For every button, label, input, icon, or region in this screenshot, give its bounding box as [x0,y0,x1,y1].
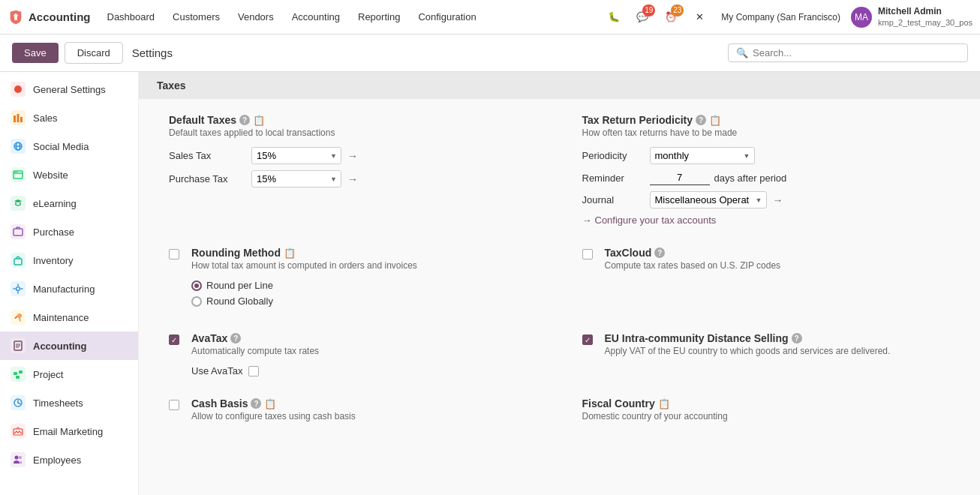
nav-item-customers[interactable]: Customers [165,8,227,26]
default-taxes-doc-icon[interactable]: 📋 [253,114,265,126]
sidebar-item-email-marketing[interactable]: Email Marketing [0,417,138,446]
sidebar-item-website[interactable]: Website [0,160,138,189]
sidebar-label-elearning: eLearning [33,198,77,209]
round-globally-option[interactable]: Round Globally [191,296,417,307]
cash-basis-checkbox[interactable] [169,400,179,410]
tax-return-desc: How often tax returns have to be made [582,128,951,138]
avatax-help-icon[interactable]: ? [230,333,241,344]
tax-return-help-icon[interactable]: ? [696,115,706,125]
avatax-col: ✓ AvaTax ? Automatically compute tax rat… [169,332,537,376]
bug-icon-btn[interactable]: 🐛 [603,6,625,28]
svg-rect-21 [16,376,20,379]
fiscal-country-doc-icon[interactable]: 📋 [658,398,670,410]
journal-select[interactable]: Miscellaneous Operat [650,191,767,208]
accounting-icon [11,338,26,353]
sidebar-label-accounting: Accounting [33,340,87,352]
nav-item-dashboard[interactable]: Dashboard [100,8,163,26]
nav-item-vendors[interactable]: Vendors [230,8,281,26]
tax-return-doc-icon[interactable]: 📋 [709,114,721,126]
close-icon-btn[interactable]: ✕ [688,6,711,28]
sidebar-item-sales[interactable]: Sales [0,104,138,132]
user-info: Mitchell Admin kmp_2_test_may_30_pos [878,6,972,28]
sidebar-label-inventory: Inventory [33,255,73,266]
sales-tax-select-container: 15% [251,147,341,164]
avatax-checkbox[interactable]: ✓ [169,334,179,345]
project-icon [11,367,26,382]
journal-arrow[interactable]: → [773,194,783,206]
tax-return-title: Tax Return Periodicity ? 📋 [582,114,951,126]
nav-item-accounting[interactable]: Accounting [284,8,347,26]
general-settings-icon [11,82,26,97]
rounding-checkbox-area [169,247,179,260]
use-avatax-checkbox[interactable] [248,366,259,376]
search-box[interactable]: 🔍 [728,44,968,62]
company-label[interactable]: My Company (San Francisco) [721,12,840,22]
reminder-input[interactable] [650,170,710,185]
eu-intra-with-checkbox: ✓ EU Intra-community Distance Selling ? … [582,332,951,365]
eu-intra-checkbox-area: ✓ [582,332,593,345]
sidebar-item-inventory[interactable]: Inventory [0,246,138,274]
periodicity-select[interactable]: monthly quarterly annually [650,147,755,164]
eu-intra-help-icon[interactable]: ? [792,333,802,344]
rounding-doc-icon[interactable]: 📋 [284,247,296,259]
round-per-line-option[interactable]: Round per Line [191,280,417,291]
rounding-with-checkbox: Rounding Method 📋 How total tax amount i… [169,247,537,311]
sidebar-label-website: Website [33,170,68,181]
svg-rect-19 [14,372,17,375]
search-input[interactable] [753,47,960,58]
nav-item-configuration[interactable]: Configuration [410,8,483,26]
rounding-checkbox[interactable] [169,249,179,260]
sidebar-item-maintenance[interactable]: Maintenance [0,303,138,332]
user-name: Mitchell Admin [878,6,972,18]
maintenance-icon [11,310,26,325]
cash-basis-help-icon[interactable]: ? [251,398,261,409]
sidebar-label-social-media: Social Media [33,141,89,152]
taxcloud-checkbox[interactable] [582,249,593,260]
sales-tax-select[interactable]: 15% [251,147,341,164]
round-per-line-label: Round per Line [206,280,273,291]
sidebar-item-general-settings[interactable]: General Settings [0,75,138,104]
purchase-tax-row: Purchase Tax 15% → [169,170,537,188]
purchase-tax-select[interactable]: 15% [251,170,341,188]
sidebar-item-accounting[interactable]: Accounting [0,332,138,360]
sidebar-label-employees: Employees [33,454,81,466]
chat-icon-btn[interactable]: 💬 19 [631,6,654,28]
sidebar-item-manufacturing[interactable]: Manufacturing [0,274,138,303]
configure-tax-link[interactable]: → Configure your tax accounts [582,214,951,226]
sidebar-item-timesheets[interactable]: Timesheets [0,388,138,417]
cash-basis-doc-icon[interactable]: 📋 [264,398,276,410]
cash-basis-col: Cash Basis ? 📋 Allow to configure taxes … [169,398,537,430]
sidebar-item-social-media[interactable]: Social Media [0,132,138,160]
sales-tax-arrow[interactable]: → [347,150,358,162]
periodicity-row: Periodicity monthly quarterly annually [582,147,951,164]
sidebar-item-project[interactable]: Project [0,360,138,388]
discard-button[interactable]: Discard [65,42,123,64]
svg-rect-3 [20,117,23,122]
content-area: Taxes Default Taxes ? 📋 Default taxes ap… [139,72,980,495]
sidebar-item-purchase[interactable]: Purchase [0,218,138,246]
svg-point-0 [14,86,22,93]
clock-icon-btn[interactable]: ⏰ 23 [660,6,682,28]
nav-item-reporting[interactable]: Reporting [350,8,407,26]
round-per-line-radio[interactable] [191,280,202,291]
use-avatax-row: Use AvaTax [191,365,319,376]
svg-rect-2 [17,114,20,122]
user-avatar[interactable]: MA [851,7,872,28]
toolbar: Save Discard Settings 🔍 [0,34,980,72]
eu-intra-checkbox[interactable]: ✓ [582,334,593,345]
sidebar-item-employees[interactable]: Employees [0,446,138,474]
taxcloud-help-icon[interactable]: ? [654,248,665,258]
purchase-tax-arrow[interactable]: → [347,173,358,185]
inventory-icon [11,253,26,268]
sales-tax-select-wrap: 15% → [251,147,358,164]
section-header: Taxes [139,72,980,99]
sidebar: General Settings Sales Social Media Webs… [0,72,139,495]
eu-intra-desc: Apply VAT of the EU country to which goo… [605,346,891,356]
journal-row: Journal Miscellaneous Operat → [582,191,951,208]
round-globally-radio[interactable] [191,296,202,307]
save-button[interactable]: Save [12,43,59,63]
app-logo[interactable]: Accounting [8,9,91,26]
avatax-desc: Automatically compute tax rates [191,346,319,356]
sidebar-item-elearning[interactable]: eLearning [0,189,138,218]
default-taxes-help-icon[interactable]: ? [239,115,250,125]
